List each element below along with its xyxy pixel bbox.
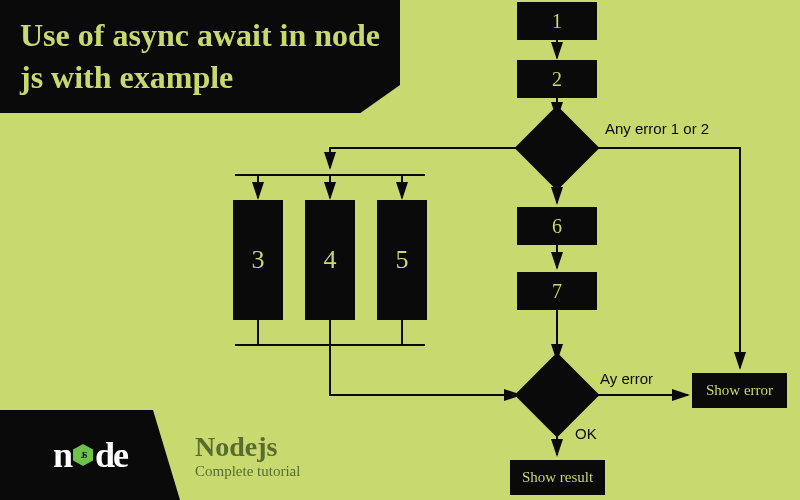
footer-subtitle: Complete tutorial [195,463,300,480]
footer-text: Nodejs Complete tutorial [195,431,300,480]
show-error-box: Show error [692,373,787,408]
step-4: 4 [305,200,355,320]
show-result-box: Show result [510,460,605,495]
step-2: 2 [517,60,597,98]
label-ay-error: Ay error [600,370,653,387]
decision-1 [515,106,600,191]
footer-title: Nodejs [195,431,300,463]
hexagon-icon [73,444,93,466]
step-1: 1 [517,2,597,40]
label-ok: OK [575,425,597,442]
footer-logo-shape: n de [0,410,180,500]
node-logo: n de [53,434,127,476]
footer: n de Nodejs Complete tutorial [0,410,300,500]
label-any-error: Any error 1 or 2 [605,120,709,137]
step-7: 7 [517,272,597,310]
step-3: 3 [233,200,283,320]
step-6: 6 [517,207,597,245]
step-5: 5 [377,200,427,320]
